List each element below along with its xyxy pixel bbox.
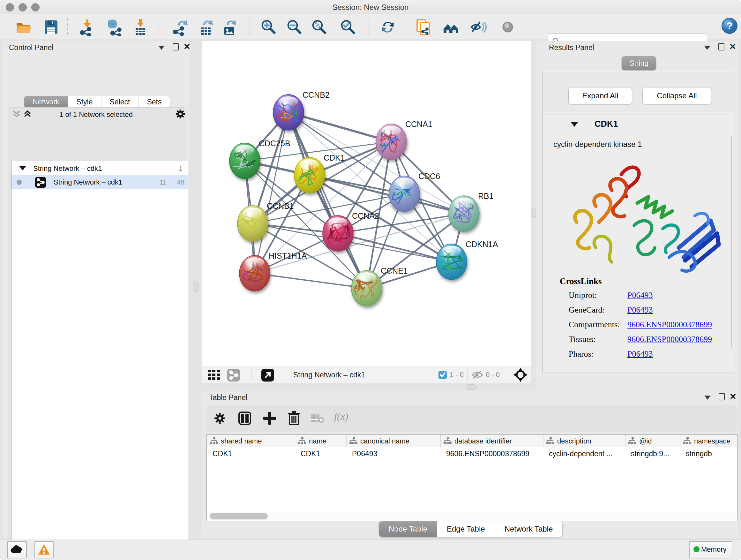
open-in-browser-icon[interactable] — [261, 368, 274, 382]
bottom-splitter-handle[interactable] — [467, 384, 476, 390]
show-all-button-disabled[interactable] — [499, 18, 516, 36]
table-settings-gear-icon[interactable] — [213, 412, 226, 425]
control-panel: Control Panel ✕ NetworkStyleSelectSets 1… — [3, 41, 189, 538]
network-node-CCNE1[interactable]: CCNE1 — [351, 266, 408, 306]
hide-selected-button[interactable] — [470, 18, 487, 36]
toolbar-separator — [67, 18, 68, 37]
warnings-button[interactable] — [35, 541, 54, 558]
table-cell[interactable]: CDK1 — [207, 447, 295, 460]
birdseye-view-icon[interactable] — [208, 370, 221, 381]
memory-button[interactable]: Memory — [689, 541, 732, 558]
add-column-icon[interactable] — [263, 411, 277, 425]
network-collection-row[interactable]: String Network – cdk1 1 — [11, 162, 188, 175]
open-session-button[interactable] — [15, 18, 32, 36]
nav-separator — [509, 369, 509, 381]
delete-column-trash-icon[interactable] — [287, 411, 301, 425]
table-cell[interactable]: stringdb:9... — [625, 447, 680, 460]
save-session-button[interactable] — [43, 18, 60, 36]
table-cell[interactable]: stringdb — [680, 447, 738, 460]
export-network-button[interactable] — [172, 18, 189, 36]
zoom-out-button[interactable] — [286, 18, 303, 36]
network-node-CDKN1A[interactable]: CDKN1A — [436, 240, 498, 280]
table-cell[interactable]: cyclin-dependent ... — [543, 447, 625, 460]
export-image-button[interactable] — [221, 18, 238, 36]
network-edge[interactable] — [288, 112, 391, 142]
crosslink-link[interactable]: P06493 — [627, 305, 653, 315]
tab-edge-table[interactable]: Edge Table — [437, 521, 495, 537]
network-options-gear-icon[interactable] — [175, 109, 186, 119]
panel-menu-icon[interactable] — [704, 395, 711, 400]
crosslink-link[interactable]: P06493 — [627, 349, 653, 359]
zoom-in-button[interactable] — [260, 18, 277, 36]
panel-close-icon[interactable]: ✕ — [184, 44, 191, 50]
crosslink-link[interactable]: 9606.ENSP00000378699 — [627, 334, 712, 344]
column-header-canonicalname[interactable]: canonical name — [346, 435, 441, 447]
zoom-fit-button[interactable] — [311, 18, 328, 36]
table-cell[interactable]: CDK1 — [295, 447, 346, 460]
column-header-databaseidentifier[interactable]: database identifier — [441, 435, 543, 447]
show-columns-icon[interactable] — [238, 411, 252, 425]
panel-float-icon[interactable] — [173, 43, 179, 51]
clone-network-button[interactable] — [414, 18, 432, 36]
network-selection-status: 1 of 1 Network selected — [3, 111, 189, 119]
tab-network[interactable]: Network — [24, 96, 68, 108]
expand-all-button[interactable]: Expand All — [568, 87, 632, 105]
column-header-id[interactable]: @id — [625, 435, 680, 447]
tab-style[interactable]: Style — [68, 96, 101, 108]
network-edge[interactable] — [255, 112, 288, 273]
network-row-selected[interactable]: String Network – cdk1 11 48 — [11, 175, 188, 189]
import-network-from-file-button[interactable] — [78, 18, 95, 36]
panel-float-icon[interactable] — [718, 43, 724, 51]
collection-expand-icon[interactable] — [19, 166, 26, 171]
hidden-count: 0 - 0 — [486, 371, 500, 379]
selected-nodes-checkbox[interactable] — [438, 370, 447, 379]
function-builder-icon: f(x) — [334, 411, 348, 422]
tab-network-table[interactable]: Network Table — [495, 521, 562, 537]
collapse-all-button[interactable]: Collapse All — [643, 87, 711, 105]
scrollbar-thumb[interactable] — [210, 513, 268, 519]
node-label: CCNB1 — [267, 201, 294, 210]
tab-sets[interactable]: Sets — [138, 96, 170, 108]
crosslink-link[interactable]: 9606.ENSP00000378699 — [627, 320, 712, 329]
column-header-name[interactable]: name — [295, 435, 347, 447]
center-view-crosshair-icon[interactable] — [514, 368, 528, 382]
table-cell[interactable]: 9606.ENSP00000378699 — [441, 447, 543, 460]
right-splitter-handle[interactable] — [531, 207, 536, 218]
export-table-button[interactable] — [198, 18, 215, 36]
network-edge[interactable] — [288, 112, 367, 288]
table-horizontal-scrollbar[interactable] — [207, 512, 737, 520]
panel-close-icon[interactable]: ✕ — [729, 44, 736, 50]
import-network-from-database-button[interactable] — [106, 18, 123, 36]
table-cell[interactable]: P06493 — [346, 447, 441, 460]
first-neighbors-button[interactable] — [442, 18, 460, 36]
panel-float-icon[interactable] — [719, 393, 725, 400]
network-node-RB1[interactable]: RB1 — [449, 192, 494, 232]
zoom-selected-button[interactable] — [339, 18, 356, 36]
table-row[interactable]: CDK1CDK1P064939606.ENSP00000378699cyclin… — [207, 447, 738, 460]
results-panel-title: Results Panel — [549, 44, 594, 52]
help-button[interactable]: ? — [721, 17, 738, 35]
refresh-view-button[interactable] — [379, 18, 396, 36]
column-header-namespace[interactable]: namespace — [680, 435, 738, 447]
network-canvas[interactable]: CCNB2CCNA1CDC25BCDK1CDC6RB1CCNB1CCNA2CDK… — [202, 41, 531, 367]
results-actions-box: Expand All Collapse All — [542, 71, 735, 113]
network-edge[interactable] — [255, 273, 367, 288]
tab-select[interactable]: Select — [101, 96, 138, 108]
network-node-CCNB1[interactable]: CCNB1 — [238, 201, 294, 241]
current-network-title: String Network – cdk1 — [293, 371, 365, 379]
network-node-HIST1H1A[interactable]: HIST1H1A — [239, 251, 307, 291]
entry-collapse-icon[interactable] — [571, 122, 578, 127]
import-table-from-file-button[interactable] — [132, 18, 149, 36]
column-header-description[interactable]: description — [543, 435, 625, 447]
left-splitter-handle[interactable] — [193, 282, 199, 292]
cloud-status-button[interactable] — [7, 541, 27, 558]
tab-string[interactable]: String — [622, 56, 656, 70]
tab-node-table[interactable]: Node Table — [379, 521, 437, 537]
panel-menu-icon[interactable] — [704, 46, 711, 50]
network-node-CCNA2[interactable]: CCNA2 — [323, 211, 379, 251]
string-badge-gray-icon[interactable] — [227, 368, 240, 382]
crosslink-link[interactable]: P06493 — [627, 291, 653, 300]
panel-close-icon[interactable]: ✕ — [730, 393, 737, 400]
column-header-sharedname[interactable]: shared name — [207, 435, 295, 447]
panel-menu-icon[interactable] — [158, 46, 165, 50]
